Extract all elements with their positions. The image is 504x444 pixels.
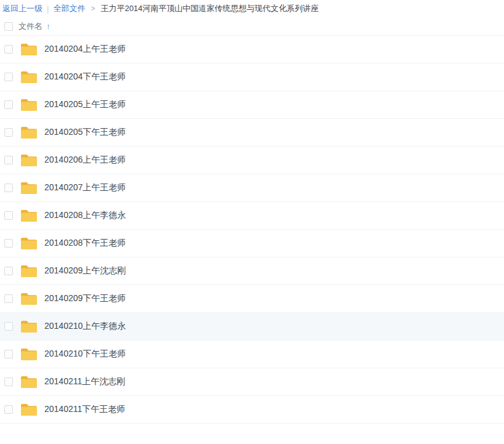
row-checkbox[interactable] (4, 350, 13, 358)
folder-icon (20, 70, 38, 84)
current-folder-title: 王力平2014河南平顶山中国道家传统思想与现代文化系列讲座 (100, 3, 319, 14)
folder-icon (20, 153, 38, 168)
file-manager: 返回上一级 | 全部文件 > 王力平2014河南平顶山中国道家传统思想与现代文化… (0, 0, 504, 444)
folder-icon (20, 42, 38, 57)
folder-icon (20, 236, 38, 251)
file-name[interactable]: 20140205下午王老师 (44, 127, 126, 138)
table-row[interactable]: 20140209上午沈志刚 (0, 257, 504, 285)
table-row[interactable]: 20140210上午李德永 (0, 313, 504, 341)
back-to-parent-link[interactable]: 返回上一级 (2, 3, 43, 14)
table-row[interactable]: 20140204上午王老师 (0, 36, 504, 63)
row-checkbox[interactable] (4, 100, 13, 109)
breadcrumb-separator-icon: > (91, 4, 95, 13)
row-checkbox[interactable] (4, 239, 13, 248)
file-name[interactable]: 20140205上午王老师 (44, 99, 126, 110)
file-name[interactable]: 20140209上午沈志刚 (44, 265, 126, 276)
file-name[interactable]: 20140204上午王老师 (44, 44, 126, 55)
table-row[interactable]: 20140207上午王老师 (0, 174, 504, 202)
row-checkbox[interactable] (4, 45, 13, 54)
row-checkbox[interactable] (4, 322, 13, 331)
folder-icon (20, 347, 38, 361)
row-checkbox[interactable] (4, 73, 13, 81)
folder-icon (20, 180, 38, 195)
table-row[interactable]: 20140211下午王老师 (0, 396, 504, 424)
folder-icon (20, 402, 38, 417)
row-checkbox[interactable] (4, 267, 13, 275)
file-name[interactable]: 20140211下午王老师 (44, 404, 125, 415)
row-checkbox[interactable] (4, 184, 13, 192)
breadcrumb-divider: | (47, 4, 49, 14)
row-checkbox[interactable] (4, 211, 13, 220)
row-checkbox[interactable] (4, 128, 13, 137)
file-name[interactable]: 20140208下午王老师 (44, 238, 126, 249)
folder-icon (20, 374, 38, 389)
list-header: 文件名 ↑ (0, 17, 504, 36)
file-name[interactable]: 20140209下午王老师 (44, 293, 126, 304)
table-row[interactable]: 20140209下午王老师 (0, 285, 504, 313)
file-name[interactable]: 20140208上午李德永 (44, 210, 126, 221)
table-row[interactable]: 20140211上午沈志刚 (0, 368, 504, 396)
select-all-checkbox[interactable] (4, 22, 13, 31)
row-checkbox[interactable] (4, 377, 13, 386)
folder-icon (20, 319, 38, 334)
folder-icon (20, 291, 38, 306)
filename-column-header[interactable]: 文件名 (18, 21, 43, 32)
file-name[interactable]: 20140210上午李德永 (44, 321, 126, 332)
table-row[interactable]: 20140205下午王老师 (0, 119, 504, 147)
row-checkbox[interactable] (4, 156, 13, 164)
file-name[interactable]: 20140204下午王老师 (44, 71, 126, 83)
all-files-link[interactable]: 全部文件 (53, 3, 85, 14)
file-name[interactable]: 20140210下午王老师 (44, 349, 126, 360)
table-row[interactable]: 20140204下午王老师 (0, 63, 504, 91)
file-list: 20140204上午王老师 20140204下午王老师 20140205上午王老… (0, 36, 504, 424)
table-row[interactable]: 20140210下午王老师 (0, 341, 504, 368)
folder-icon (20, 125, 38, 140)
row-checkbox[interactable] (4, 294, 13, 303)
breadcrumb: 返回上一级 | 全部文件 > 王力平2014河南平顶山中国道家传统思想与现代文化… (0, 0, 504, 17)
file-name[interactable]: 20140211上午沈志刚 (44, 376, 125, 387)
table-row[interactable]: 20140208下午王老师 (0, 230, 504, 257)
file-name[interactable]: 20140207上午王老师 (44, 182, 126, 193)
row-checkbox[interactable] (4, 405, 13, 414)
sort-ascending-icon[interactable]: ↑ (46, 22, 51, 31)
table-row[interactable]: 20140208上午李德永 (0, 202, 504, 230)
table-row[interactable]: 20140205上午王老师 (0, 91, 504, 119)
table-row[interactable]: 20140206上午王老师 (0, 147, 504, 174)
folder-icon (20, 208, 38, 223)
folder-icon (20, 97, 38, 112)
file-name[interactable]: 20140206上午王老师 (44, 155, 126, 166)
folder-icon (20, 264, 38, 278)
